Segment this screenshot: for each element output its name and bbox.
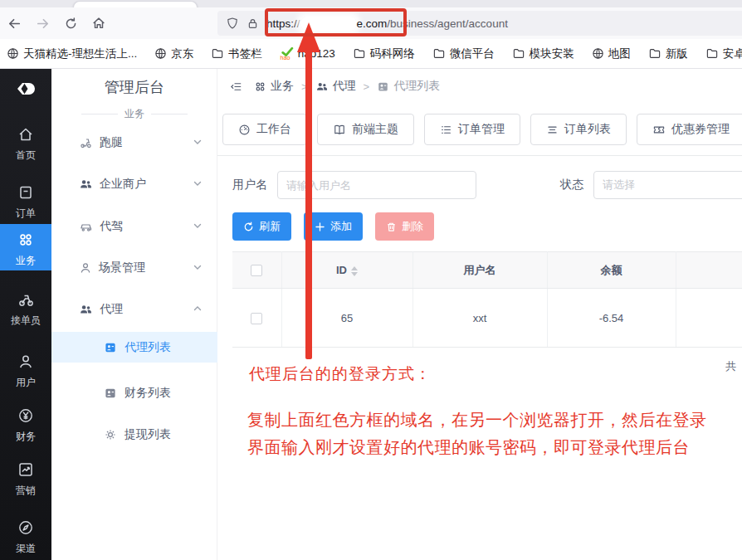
chevron-down-icon [193,178,203,191]
grid-icon [254,80,266,93]
secondary-sidebar: 管理后台 业务 跑腿 企业商户 代驾 场景管理 代理 代理列表 财务列表 提现列… [51,69,217,560]
refresh-icon [243,222,254,232]
username-input[interactable] [277,171,476,199]
order-icon [0,184,51,203]
breadcrumb-item-business[interactable]: 业务 [254,79,294,94]
globe-icon [7,47,19,60]
tab-coupon-management[interactable]: 优惠券管理 [637,114,742,145]
shield-icon[interactable] [226,17,239,30]
people-icon [79,178,93,191]
scooter-icon [79,136,93,149]
breadcrumb-item-agents[interactable]: 代理 [315,79,356,94]
list-icon [440,124,452,136]
home-icon[interactable] [85,11,113,36]
bookmark-folder[interactable]: 新版 [648,46,688,61]
column-id[interactable]: ID [281,252,412,289]
back-icon[interactable] [0,11,28,36]
bookmarks-bar: 天猫精选-理想生活上... 京东 书签栏 hao hao123 码科网络 微信平… [0,39,742,69]
menu-subitem-finance-list[interactable]: 财务列表 [51,377,217,408]
admin-panel-title: 管理后台 [51,77,217,97]
breadcrumb-separator: > [301,80,308,93]
breadcrumb: 业务 > 代理 > 代理列表 [217,69,742,104]
app-logo[interactable] [0,79,51,99]
quick-tabs: 工作台 前端主题 订单管理 订单列表 优惠券管理 [217,104,742,156]
url-scheme: https:// [266,17,300,30]
sidebar-item-users[interactable]: 用户 [0,348,51,392]
bookmark-item[interactable]: 天猫精选-理想生活上... [7,46,137,61]
breadcrumb-item-agent-list: 代理列表 [377,79,440,94]
reload-icon[interactable] [56,11,85,36]
bookmark-folder[interactable]: 模块安装 [512,46,574,61]
chart-icon [0,461,51,480]
ticket-icon [652,124,666,136]
globe-icon [154,47,167,60]
url-redacted-blur [301,17,356,31]
chevron-up-icon [193,303,203,316]
tab-order-management[interactable]: 订单管理 [424,114,520,145]
bookmark-folder[interactable]: 安卓&IOS上架 [705,46,742,61]
main-content: 业务 > 代理 > 代理列表 工作台 前端主题 订单管理 订单列表 [217,69,742,560]
forward-icon[interactable] [28,11,56,36]
column-balance: 余额 [547,252,676,289]
sidebar-item-home[interactable]: 首页 [0,121,51,164]
badge-icon [104,341,117,354]
list-icon [546,124,559,136]
status-label: 状态 [560,178,583,192]
url-domain-suffix: e.com [357,17,388,30]
cell-region: 西乡塘 [676,289,742,348]
url-bar[interactable]: https://e.com/business/agent/account [217,11,742,36]
bookmark-item[interactable]: 京东 [154,46,193,61]
menu-item-driving-service[interactable]: 代驾 [51,212,217,241]
menu-item-agents[interactable]: 代理 [51,295,217,324]
select-all-cell [232,252,281,289]
browser-tabstrip [0,0,742,7]
lock-icon[interactable] [247,17,259,30]
primary-sidebar: 首页 订单 业务 接单员 用户 财务 营销 渠道 [0,69,51,560]
sidebar-item-finance[interactable]: 财务 [0,402,51,446]
bookmark-folder[interactable]: 书签栏 [211,46,262,61]
menu-item-errands[interactable]: 跑腿 [51,128,217,158]
bookmark-folder[interactable]: 微信平台 [432,46,495,61]
select-all-checkbox[interactable] [251,265,262,276]
action-buttons: 刷新 添加 删除 [232,212,434,241]
refresh-button[interactable]: 刷新 [232,212,291,241]
menu-section-label: 业务 [51,107,217,121]
status-select[interactable]: 请选择 [593,171,742,199]
annotation-line: 界面输入刚才设置好的代理的账号密码，即可登录代理后台 [247,434,707,461]
menu-subitem-withdrawal-list[interactable]: 提现列表 [51,419,217,450]
home-icon [0,126,51,145]
tab-workbench[interactable]: 工作台 [222,114,307,145]
menu-item-enterprise-merchants[interactable]: 企业商户 [51,169,217,199]
annotation-title: 代理后台的的登录方式： [249,363,432,385]
folder-icon [512,47,525,60]
bookmark-item[interactable]: hao hao123 [280,47,335,61]
table-row: 65 xxt -6.54 西乡塘 [232,289,742,348]
bookmark-folder[interactable]: 码科网络 [353,46,415,61]
sidebar-item-orders[interactable]: 订单 [0,179,51,222]
bookmark-item[interactable]: 地图 [592,46,631,61]
person-icon [79,261,92,275]
sidebar-item-couriers[interactable]: 接单员 [0,286,51,329]
menu-subitem-agent-list[interactable]: 代理列表 [51,332,217,363]
menu-item-scene-management[interactable]: 场景管理 [51,253,217,283]
sidebar-item-marketing[interactable]: 营销 [0,456,51,499]
annotation-body: 复制上面红色方框的域名，在另一个浏览器打开，然后在登录 界面输入刚才设置好的代理… [247,407,707,461]
cell-id: 65 [281,289,412,348]
dashboard-icon [238,124,251,136]
row-checkbox[interactable] [251,313,262,324]
tab-order-list[interactable]: 订单列表 [530,114,627,145]
add-button[interactable]: 添加 [304,212,363,241]
delete-button[interactable]: 删除 [375,212,434,241]
tab-frontend-theme[interactable]: 前端主题 [317,114,414,145]
cell-username: xxt [412,289,547,348]
trash-icon [386,222,397,232]
plus-icon [315,222,325,232]
collapse-sidebar-icon[interactable] [229,80,243,93]
folder-icon [648,47,661,60]
sort-icon[interactable] [351,266,358,276]
sidebar-item-business[interactable]: 业务 [0,224,51,270]
chevron-down-icon [193,220,203,233]
rider-icon [0,291,51,310]
sidebar-item-channels[interactable]: 渠道 [0,514,51,558]
people-icon [79,303,93,316]
